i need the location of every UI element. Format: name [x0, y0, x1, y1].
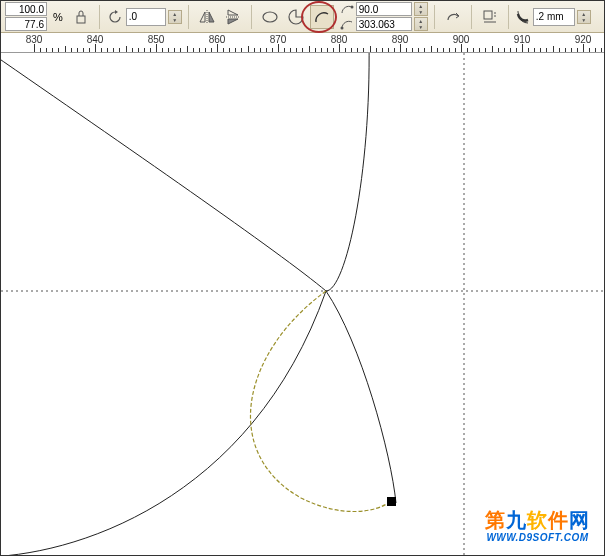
drawing-canvas[interactable]: 第九软件网 WWW.D9SOFT.COM	[1, 53, 604, 555]
arc-start-icon	[340, 3, 354, 15]
scale-inputs	[5, 2, 47, 31]
pie-icon	[287, 8, 305, 26]
watermark-text: 第九软件网	[485, 507, 590, 534]
selected-arc-path[interactable]	[250, 291, 391, 512]
watermark-url: WWW.D9SOFT.COM	[485, 532, 590, 543]
node-handle[interactable]	[387, 497, 396, 506]
lock-icon	[75, 9, 87, 25]
lock-ratio-button[interactable]	[69, 5, 93, 29]
crossing-arc-path[interactable]	[1, 53, 396, 503]
swap-arc-direction-button[interactable]	[441, 5, 465, 29]
rotation-spinner[interactable]: ▲▼	[168, 10, 182, 24]
arc-start-spinner[interactable]: ▲▼	[414, 2, 428, 16]
mirror-vertical-icon	[226, 8, 240, 26]
ellipse-icon	[261, 8, 279, 26]
separator	[434, 5, 435, 29]
mirror-horizontal-button[interactable]	[195, 5, 219, 29]
wrap-text-icon	[481, 8, 499, 26]
watermark: 第九软件网 WWW.D9SOFT.COM	[485, 507, 590, 543]
horizontal-ruler[interactable]: 830840850860870880890900910920	[1, 33, 604, 53]
scale-y-input[interactable]	[5, 17, 47, 31]
outline-spinner[interactable]: ▲▼	[577, 10, 591, 24]
separator	[471, 5, 472, 29]
arc-end-icon	[340, 18, 354, 30]
mirror-horizontal-icon	[198, 10, 216, 24]
wrap-text-button[interactable]	[478, 5, 502, 29]
swap-arc-icon	[444, 8, 462, 26]
svg-rect-0	[77, 16, 85, 23]
rotate-icon	[106, 7, 124, 27]
rotation-input[interactable]	[126, 8, 166, 26]
svg-point-3	[263, 12, 277, 22]
svg-point-5	[340, 27, 343, 30]
mirror-vertical-button[interactable]	[221, 5, 245, 29]
arc-end-spinner[interactable]: ▲▼	[414, 17, 428, 31]
arc-start-input[interactable]	[356, 2, 412, 16]
separator	[99, 5, 100, 29]
outline-width-input[interactable]	[533, 8, 575, 26]
pie-button[interactable]	[284, 5, 308, 29]
scale-x-input[interactable]	[5, 2, 47, 16]
separator	[188, 5, 189, 29]
ellipse-button[interactable]	[258, 5, 282, 29]
canvas-svg	[1, 53, 604, 555]
arc-angle-inputs: ▲▼ ▲▼	[340, 2, 428, 31]
svg-point-4	[350, 6, 353, 9]
percent-label: %	[53, 11, 63, 23]
property-toolbar: % ▲▼ ▲▼ ▲▼	[1, 1, 604, 33]
svg-rect-6	[484, 11, 492, 19]
separator	[508, 5, 509, 29]
arc-button[interactable]	[310, 5, 334, 29]
arc-end-input[interactable]	[356, 17, 412, 31]
arc-icon	[313, 8, 331, 26]
outline-width-icon	[515, 8, 531, 26]
large-arc-path[interactable]	[1, 53, 369, 555]
separator	[251, 5, 252, 29]
